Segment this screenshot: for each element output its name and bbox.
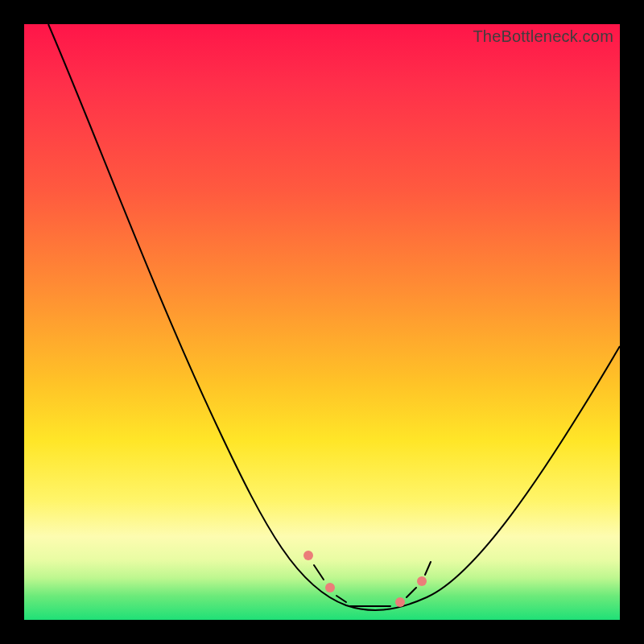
curve-layer bbox=[24, 24, 620, 620]
svg-point-0 bbox=[303, 551, 313, 560]
plot-area: TheBottleneck.com bbox=[24, 24, 620, 620]
bottleneck-curve bbox=[48, 24, 620, 610]
confidence-band bbox=[303, 551, 431, 607]
svg-point-3 bbox=[417, 576, 427, 586]
svg-point-2 bbox=[395, 597, 405, 607]
chart-frame: TheBottleneck.com bbox=[0, 0, 644, 644]
svg-point-1 bbox=[325, 583, 335, 592]
